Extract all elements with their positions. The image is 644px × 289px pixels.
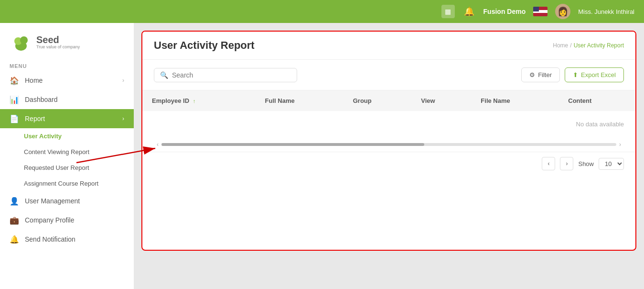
export-icon: ⬆ [573,71,578,78]
horizontal-scrollbar: ‹ › [142,137,635,152]
sort-asc-icon: ↑ [193,98,196,104]
search-box: 🔍 [154,68,297,82]
scroll-thumb[interactable] [161,143,424,146]
sidebar-item-label: Dashboard [25,96,124,103]
sidebar-item-label: Send Notification [25,235,124,243]
sidebar-item-label: Home [25,77,117,84]
col-file-name[interactable]: File Name [471,90,558,111]
export-label: Export Excel [581,71,616,78]
chevron-right-icon: › [122,115,124,122]
grid-icon[interactable]: ▦ [441,5,455,18]
username: Miss. Junekk Inthiral [578,8,634,15]
col-label: File Name [481,97,510,104]
sidebar-item-label: Company Profile [25,216,124,224]
card-footer: ‹ › Show 10 25 50 [142,152,635,175]
prev-page-button[interactable]: ‹ [542,157,555,170]
user-icon: 👤 [10,196,19,206]
table-header: Employee ID ↑ Full Name Group View [142,90,635,111]
page-title: User Activity Report [154,39,255,52]
bell-icon[interactable]: 🔔 [462,5,476,18]
search-input[interactable] [172,71,291,79]
brand-name: Seed [36,35,80,44]
export-excel-button[interactable]: ⬆ Export Excel [565,67,624,82]
sub-item-label: Requested User Report [24,164,89,171]
data-table: Employee ID ↑ Full Name Group View [142,90,635,111]
sub-item-label: Content Viewing Report [24,148,89,156]
breadcrumb: Home / User Activity Report [553,42,624,49]
logo-icon [10,31,32,54]
col-view[interactable]: View [411,90,471,111]
table-container: Employee ID ↑ Full Name Group View [142,90,635,137]
breadcrumb-home: Home [553,42,568,49]
col-label: View [421,97,435,104]
col-group[interactable]: Group [343,90,411,111]
sidebar-item-send-notification[interactable]: 🔔 Send Notification [0,230,134,249]
sidebar-item-label: User Management [25,197,124,205]
sidebar-subitem-content-viewing[interactable]: Content Viewing Report [0,144,134,160]
sidebar-item-label: Report [25,115,117,122]
sidebar: Seed True value of company MENU 🏠 Home ›… [0,23,134,289]
search-icon: 🔍 [160,71,168,79]
scroll-left-icon[interactable]: ‹ [154,141,161,148]
sidebar-subitem-assignment-course[interactable]: Assignment Course Report [0,176,134,191]
card-header: User Activity Report Home / User Activit… [142,32,635,60]
col-full-name[interactable]: Full Name [256,90,343,111]
scroll-right-icon[interactable]: › [616,141,624,148]
col-label: Content [568,97,591,104]
sidebar-item-dashboard[interactable]: 📊 Dashboard [0,90,134,109]
bell-icon: 🔔 [10,234,19,244]
show-label: Show [578,160,594,167]
main-card: User Activity Report Home / User Activit… [141,31,636,251]
dashboard-icon: 📊 [10,95,19,104]
sidebar-subitem-requested-user[interactable]: Requested User Report [0,160,134,176]
col-employee-id[interactable]: Employee ID ↑ [142,90,256,111]
prev-icon: ‹ [547,160,549,167]
company-name: Fusion Demo [483,8,526,15]
sidebar-item-report[interactable]: 📄 Report › [0,109,134,128]
card-toolbar: 🔍 ⚙ Filter ⬆ Export Excel [142,60,635,90]
avatar[interactable]: 👩 [555,4,570,19]
no-data-message: No data available [142,111,635,137]
sidebar-subitem-user-activity[interactable]: User Activity [0,128,134,144]
logo-text: Seed True value of company [36,35,80,49]
scroll-track[interactable] [161,143,616,146]
content-area: User Activity Report Home / User Activit… [134,23,644,289]
chevron-right-icon: › [122,77,124,84]
sidebar-logo: Seed True value of company [0,23,134,59]
sub-item-label: Assignment Course Report [24,180,98,187]
sidebar-item-home[interactable]: 🏠 Home › [0,71,134,90]
filter-button[interactable]: ⚙ Filter [521,67,560,82]
filter-icon: ⚙ [529,71,535,78]
next-icon: › [566,160,568,167]
toolbar-right: ⚙ Filter ⬆ Export Excel [521,67,624,82]
svg-point-2 [20,36,28,44]
sidebar-item-user-management[interactable]: 👤 User Management [0,191,134,211]
filter-label: Filter [538,71,552,78]
breadcrumb-current: User Activity Report [574,42,624,49]
home-icon: 🏠 [10,76,19,85]
col-label: Full Name [265,97,295,104]
sidebar-item-company-profile[interactable]: 💼 Company Profile [0,211,134,230]
show-count-select[interactable]: 10 25 50 [599,158,624,170]
menu-label: MENU [0,59,134,71]
briefcase-icon: 💼 [10,215,19,225]
report-icon: 📄 [10,114,19,123]
brand-tagline: True value of company [36,44,80,49]
main-layout: Seed True value of company MENU 🏠 Home ›… [0,23,644,289]
col-content[interactable]: Content [558,90,635,111]
top-nav: ▦ 🔔 Fusion Demo 👩 Miss. Junekk Inthiral [0,0,644,23]
col-label: Employee ID [152,97,189,104]
sub-item-label: User Activity [24,133,62,140]
next-page-button[interactable]: › [560,157,573,170]
language-flag[interactable] [533,7,547,16]
breadcrumb-separator: / [570,42,571,49]
col-label: Group [353,97,372,104]
